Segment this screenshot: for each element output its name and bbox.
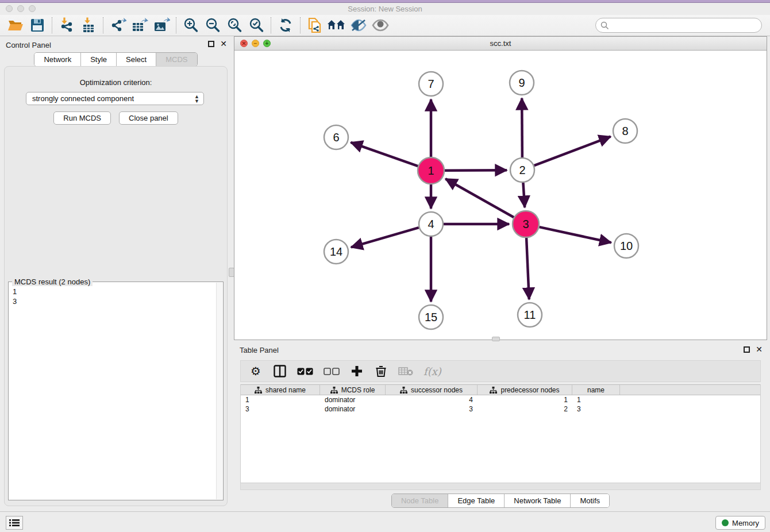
edge-3-1[interactable] xyxy=(445,179,514,217)
cell-predecessor-nodes[interactable]: 1 xyxy=(478,395,572,404)
zoom-out-icon[interactable] xyxy=(202,16,224,34)
cell-mcds-role[interactable]: dominator xyxy=(320,404,386,414)
network-minimize-icon[interactable]: − xyxy=(252,40,259,47)
close-table-panel-icon[interactable]: ✕ xyxy=(756,346,763,353)
table-settings-icon[interactable]: ⚙ xyxy=(249,364,263,378)
select-all-checkboxes-icon[interactable] xyxy=(297,368,313,375)
zoom-in-icon[interactable] xyxy=(180,16,202,34)
column-header-name[interactable]: name xyxy=(572,385,620,395)
add-column-icon[interactable] xyxy=(350,365,364,377)
graph-node-3[interactable]: 3 xyxy=(513,211,539,237)
close-panel-button[interactable]: Close panel xyxy=(119,111,178,125)
memory-button[interactable]: Memory xyxy=(715,516,765,530)
delete-column-icon[interactable] xyxy=(374,365,388,377)
tab-node-table[interactable]: Node Table xyxy=(392,494,449,507)
edge-2-3[interactable] xyxy=(523,183,525,207)
table-splitter-grip[interactable] xyxy=(492,337,500,341)
export-image-icon[interactable] xyxy=(151,16,172,34)
network-canvas[interactable]: 1234678910111415 xyxy=(234,51,767,340)
zoom-selected-icon[interactable] xyxy=(245,16,267,34)
cell-successor-nodes[interactable]: 3 xyxy=(386,404,478,414)
cell-predecessor-nodes[interactable]: 2 xyxy=(478,404,572,414)
edge-1-6[interactable] xyxy=(351,142,418,166)
home-icon[interactable] xyxy=(326,16,348,34)
node-table[interactable]: shared name MCDS role successor nodes pr… xyxy=(240,384,761,483)
clone-network-icon[interactable] xyxy=(304,16,326,34)
save-session-icon[interactable] xyxy=(26,16,48,34)
graph-node-7[interactable]: 7 xyxy=(419,72,443,96)
import-network-icon[interactable] xyxy=(56,16,78,34)
graph-node-9[interactable]: 9 xyxy=(510,71,534,95)
delete-table-icon[interactable] xyxy=(398,367,413,376)
zoom-fit-icon[interactable] xyxy=(224,16,245,34)
close-window-button[interactable] xyxy=(6,5,13,12)
import-table-icon[interactable] xyxy=(78,16,99,34)
cell-shared-name[interactable]: 1 xyxy=(241,395,320,404)
graph-node-11[interactable]: 11 xyxy=(518,303,542,327)
run-mcds-button[interactable]: Run MCDS xyxy=(53,111,111,125)
edge-2-9[interactable] xyxy=(522,98,522,157)
tab-edge-table[interactable]: Edge Table xyxy=(448,494,505,507)
column-header-mcds-role[interactable]: MCDS role xyxy=(320,385,386,395)
search-input[interactable] xyxy=(595,18,762,33)
graph-node-14[interactable]: 14 xyxy=(324,240,348,264)
window-controls[interactable] xyxy=(6,5,36,12)
graph-node-1[interactable]: 1 xyxy=(418,157,444,184)
network-window-titlebar[interactable]: ✕ − + scc.txt xyxy=(234,37,767,51)
graph-node-15[interactable]: 15 xyxy=(419,305,443,329)
open-file-icon[interactable] xyxy=(5,16,26,34)
maximize-window-button[interactable] xyxy=(29,5,36,12)
table-panel-header: Table Panel ✕ xyxy=(234,342,767,357)
edge-2-8[interactable] xyxy=(534,137,611,166)
graph-node-2[interactable]: 2 xyxy=(510,158,534,182)
tab-style[interactable]: Style xyxy=(81,53,117,66)
criterion-select[interactable]: strongly connected component ▲▼ xyxy=(26,92,204,105)
cell-mcds-role[interactable]: dominator xyxy=(320,395,386,404)
close-panel-icon[interactable]: ✕ xyxy=(220,40,227,47)
svg-text:14: 14 xyxy=(330,245,342,258)
edge-3-11[interactable] xyxy=(526,238,529,299)
minimize-window-button[interactable] xyxy=(17,5,24,12)
float-panel-icon[interactable] xyxy=(208,41,214,47)
tab-select[interactable]: Select xyxy=(117,53,156,66)
criterion-selected-value: strongly connected component xyxy=(32,94,134,103)
table-toolbar: ⚙ f(x) xyxy=(240,360,761,382)
edge-1-2[interactable] xyxy=(445,170,507,171)
cell-shared-name[interactable]: 3 xyxy=(241,404,320,414)
column-header-predecessor-nodes[interactable]: predecessor nodes xyxy=(478,385,572,395)
graph-node-10[interactable]: 10 xyxy=(614,234,638,258)
hide-detail-icon[interactable] xyxy=(348,16,369,34)
task-history-button[interactable] xyxy=(6,516,23,530)
mcds-result-list[interactable]: 1 3 xyxy=(9,286,216,499)
graph-node-8[interactable]: 8 xyxy=(613,119,637,143)
result-scrollbar[interactable] xyxy=(216,283,222,499)
split-view-icon[interactable] xyxy=(273,365,287,377)
tab-mcds[interactable]: MCDS xyxy=(156,53,197,66)
cell-name[interactable]: 3 xyxy=(572,404,620,414)
tab-network[interactable]: Network xyxy=(34,53,81,66)
tab-motifs[interactable]: Motifs xyxy=(571,494,609,507)
edge-4-14[interactable] xyxy=(351,228,419,247)
graph-node-4[interactable]: 4 xyxy=(419,212,443,236)
show-graphics-icon[interactable] xyxy=(369,16,391,34)
apply-function-icon[interactable]: f(x) xyxy=(424,365,441,377)
table-row[interactable]: 1 dominator 4 1 1 xyxy=(241,395,760,404)
edge-3-10[interactable] xyxy=(539,227,611,242)
graph-node-6[interactable]: 6 xyxy=(324,125,348,149)
table-row[interactable]: 3 dominator 3 2 3 xyxy=(241,404,760,414)
export-table-icon[interactable] xyxy=(129,16,151,34)
export-network-icon[interactable] xyxy=(107,16,129,34)
cell-name[interactable]: 1 xyxy=(572,395,620,404)
float-table-panel-icon[interactable] xyxy=(744,346,750,353)
tab-network-table[interactable]: Network Table xyxy=(505,494,571,507)
refresh-icon[interactable] xyxy=(275,16,297,34)
network-graph[interactable]: 1234678910111415 xyxy=(234,51,767,340)
deselect-all-checkboxes-icon[interactable] xyxy=(324,368,340,375)
hierarchy-icon xyxy=(255,387,262,394)
column-header-successor-nodes[interactable]: successor nodes xyxy=(386,385,478,395)
table-tabs: Node Table Edge Table Network Table Moti… xyxy=(234,494,767,508)
cell-successor-nodes[interactable]: 4 xyxy=(386,395,478,404)
network-close-icon[interactable]: ✕ xyxy=(240,40,248,47)
network-maximize-icon[interactable]: + xyxy=(263,40,271,47)
column-header-shared-name[interactable]: shared name xyxy=(241,385,320,395)
